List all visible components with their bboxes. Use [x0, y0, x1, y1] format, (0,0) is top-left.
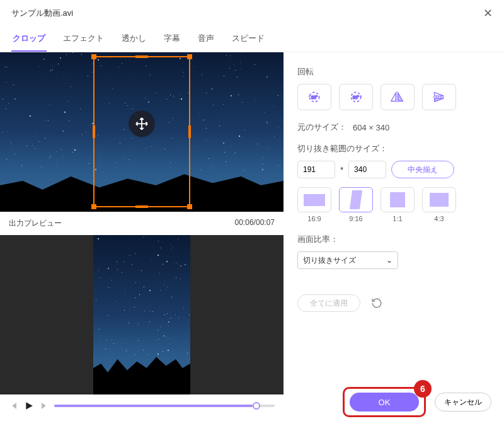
next-frame-icon[interactable] [39, 401, 49, 411]
crop-frame[interactable] [93, 56, 190, 207]
step-badge: 6 [414, 380, 432, 398]
time-display: 00:06/00:07 [235, 218, 275, 229]
crop-preview[interactable] [0, 52, 284, 212]
crop-handle-tl[interactable] [91, 54, 96, 59]
aspect-4-3[interactable]: 4:3 [422, 187, 456, 222]
tab-crop[interactable]: クロップ [11, 29, 47, 52]
tab-audio[interactable]: 音声 [197, 29, 215, 52]
crop-width-input[interactable] [297, 161, 335, 178]
play-icon[interactable] [24, 401, 34, 411]
chevron-down-icon: ⌄ [386, 256, 392, 265]
aspect-9-16[interactable]: 9:16 [339, 187, 373, 222]
crop-handle-br[interactable] [187, 204, 192, 209]
slider-thumb[interactable] [253, 402, 260, 410]
tab-watermark[interactable]: 透かし [120, 29, 147, 52]
crop-handle-r[interactable] [188, 125, 191, 138]
orig-size-label: 元のサイズ： [297, 122, 346, 133]
reset-icon[interactable] [369, 296, 384, 311]
rotate-cw-button[interactable]: 90° [339, 84, 373, 110]
rotate-label: 回転 [297, 66, 490, 78]
crop-handle-t[interactable] [135, 55, 148, 58]
aspect-16-9[interactable]: 16:9 [297, 187, 331, 222]
ok-highlight: OK 6 [343, 387, 426, 417]
prev-frame-icon[interactable] [9, 401, 19, 411]
crop-height-input[interactable] [348, 161, 386, 178]
aspect-label: 1:1 [381, 215, 415, 222]
move-icon[interactable] [129, 110, 155, 137]
timeline-slider[interactable] [54, 405, 275, 407]
crop-handle-l[interactable] [93, 125, 95, 138]
aspect-label: 4:3 [422, 215, 456, 222]
aspect-label: 16:9 [297, 215, 331, 222]
crop-handle-b[interactable] [135, 205, 148, 208]
tab-effect[interactable]: エフェクト [62, 29, 105, 52]
apply-all-button[interactable]: 全てに適用 [297, 294, 360, 312]
aspect-1-1[interactable]: 1:1 [381, 187, 415, 222]
tab-subtitle[interactable]: 字幕 [163, 29, 181, 52]
crop-handle-bl[interactable] [91, 204, 96, 209]
output-preview [0, 235, 284, 394]
cancel-button[interactable]: キャンセル [435, 393, 491, 412]
slider-fill [54, 405, 253, 407]
dialog-title: サンプル動画.avi [11, 8, 73, 19]
rotate-ccw-button[interactable]: 90° [297, 84, 331, 110]
svg-text:90°: 90° [311, 95, 318, 100]
tab-bar: クロップ エフェクト 透かし 字幕 音声 スピード [0, 24, 504, 52]
flip-horizontal-button[interactable] [381, 84, 415, 110]
ratio-select[interactable]: 切り抜きサイズ ⌄ [297, 251, 398, 269]
flip-vertical-button[interactable] [422, 84, 456, 110]
orig-size-value: 604 × 340 [353, 123, 389, 132]
output-preview-label: 出力プレビュー [9, 218, 62, 229]
ratio-select-value: 切り抜きサイズ [303, 255, 356, 266]
close-icon[interactable]: ✕ [483, 6, 493, 20]
dim-sep: * [340, 165, 343, 175]
crop-size-label: 切り抜き範囲のサイズ： [297, 143, 490, 154]
ratio-label: 画面比率： [297, 234, 490, 245]
ok-button[interactable]: OK [350, 393, 419, 412]
center-align-button[interactable]: 中央揃え [391, 161, 454, 178]
crop-handle-tr[interactable] [187, 54, 192, 59]
tab-speed[interactable]: スピード [231, 29, 266, 52]
aspect-label: 9:16 [339, 215, 373, 222]
svg-text:90°: 90° [353, 95, 359, 100]
